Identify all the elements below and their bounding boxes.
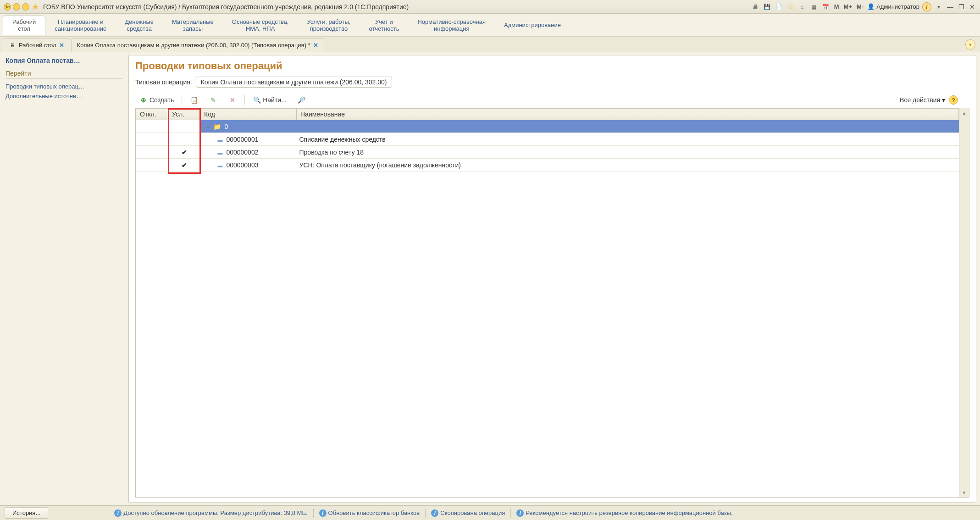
info-icon: i — [516, 509, 524, 517]
doc-icon[interactable]: 📄 — [775, 2, 784, 11]
grid: Откл. Усл. Код Наименование −📁 0▬ 000000… — [135, 108, 969, 498]
create-button[interactable]: ⊕ Создать — [135, 94, 178, 106]
user-name: Администратор — [876, 3, 919, 10]
save-icon[interactable]: 💾 — [763, 2, 772, 11]
minimize-button[interactable]: — — [946, 3, 954, 11]
vertical-scrollbar[interactable]: ▲ ▼ — [959, 108, 969, 497]
table-row[interactable]: −📁 0 — [136, 120, 959, 133]
scroll-down-icon[interactable]: ▼ — [959, 488, 969, 497]
section-tab[interactable]: Планирование и санкционирование — [45, 16, 116, 35]
close-icon[interactable]: ✕ — [59, 42, 64, 49]
info-icon: i — [319, 509, 327, 517]
sidebar-link-additional[interactable]: Дополнительные источни… — [6, 91, 122, 101]
close-window-button[interactable]: ✕ — [968, 3, 976, 11]
help-icon[interactable]: ? — [949, 95, 958, 105]
desktop-icon: 🖥 — [9, 42, 16, 49]
tab-document[interactable]: Копия Оплата поставщикам и другие платеж… — [71, 38, 324, 52]
plus-icon: ⊕ — [139, 96, 148, 104]
copy-button[interactable]: 📋 — [186, 94, 202, 106]
sidebar-link-postings[interactable]: Проводки типовых операц… — [6, 82, 122, 91]
star2-icon[interactable]: ☆ — [786, 3, 795, 11]
grid-toolbar: ⊕ Создать 📋 ✎ ✖ 🔍 Найти... 🔎 Все действи… — [135, 92, 969, 108]
section-tab[interactable]: Администрирование — [495, 19, 570, 31]
delete-icon: ✖ — [228, 96, 237, 104]
dropdown-icon[interactable]: ▾ — [934, 2, 943, 11]
favorite-star-icon[interactable]: ★ — [31, 3, 39, 11]
tab-label: Копия Оплата поставщикам и другие платеж… — [77, 42, 310, 49]
status-msg-banks[interactable]: iОбновить классификатор банков — [319, 509, 420, 517]
grid-icon[interactable]: ▦ — [809, 2, 819, 11]
status-msg-copied[interactable]: iСкопирована операция — [431, 509, 505, 517]
splitter-handle[interactable]: ⋮ — [127, 279, 131, 297]
table-row[interactable]: ▬ 000000001Списание денежных средств — [136, 133, 959, 146]
maximize-button[interactable]: ❐ — [957, 3, 965, 11]
print-icon[interactable]: 🖶 — [751, 2, 760, 11]
section-tab[interactable]: Учет и отчетность — [360, 16, 408, 35]
app-logo-icon: 1c — [4, 3, 11, 11]
col-header-name[interactable]: Наименование — [297, 109, 959, 120]
sidebar-title: Копия Оплата постав… — [6, 57, 122, 64]
calendar-icon[interactable]: 📅 — [821, 2, 831, 11]
find-button[interactable]: 🔍 Найти... — [249, 94, 291, 106]
table-row[interactable]: ✔▬ 000000002Проводка по счету 18 — [136, 146, 959, 159]
section-tab[interactable]: Рабочий стол — [3, 15, 45, 35]
edit-button[interactable]: ✎ — [205, 94, 221, 106]
field-label-operation: Типовая операция: — [135, 78, 192, 86]
scroll-up-icon[interactable]: ▲ — [959, 108, 969, 117]
tab-desktop[interactable]: 🖥 Рабочий стол ✕ — [3, 38, 70, 52]
section-bar: Рабочий столПланирование и санкционирова… — [0, 14, 980, 37]
field-value-operation[interactable]: Копия Оплата поставщикам и другие платеж… — [196, 77, 392, 88]
titlebar: 1c ★ ГОБУ ВПО Университет искусств (Субс… — [0, 0, 980, 14]
sidebar-section-header: Перейти — [6, 70, 122, 79]
sidebar: Копия Оплата постав… Перейти Проводки ти… — [0, 52, 128, 505]
search-clear-icon: 🔎 — [298, 96, 306, 104]
section-tab[interactable]: Основные средства, НМА, НПА — [223, 16, 298, 35]
info-icon[interactable]: i — [922, 2, 931, 11]
tabs-overflow-icon[interactable]: ▾ — [965, 39, 975, 50]
m-button[interactable]: M — [833, 3, 840, 10]
col-header-code[interactable]: Код — [200, 109, 297, 120]
window-title: ГОБУ ВПО Университет искусств (Субсидия)… — [43, 3, 751, 11]
tabstrip: 🖥 Рабочий стол ✕ Копия Оплата поставщика… — [0, 37, 980, 52]
search-icon: 🔍 — [253, 96, 261, 104]
col-header-usl[interactable]: Усл. — [168, 109, 200, 120]
user-label[interactable]: 👤 Администратор — [867, 3, 919, 10]
status-msg-backup[interactable]: iРекомендуется настроить резервное копир… — [516, 509, 732, 517]
copy-icon: 📋 — [190, 96, 198, 104]
nav-back-icon[interactable] — [13, 3, 20, 11]
section-tab[interactable]: Нормативно-справочная информация — [408, 16, 495, 35]
m-minus-button[interactable]: M- — [856, 3, 864, 10]
pencil-icon: ✎ — [209, 96, 217, 104]
close-icon[interactable]: ✕ — [313, 42, 318, 49]
col-header-off[interactable]: Откл. — [136, 109, 168, 120]
create-label: Создать — [149, 96, 174, 104]
home-icon[interactable]: ⌂ — [797, 2, 807, 11]
find-label: Найти... — [263, 96, 287, 104]
info-icon: i — [431, 509, 438, 517]
user-icon: 👤 — [867, 3, 875, 10]
section-tab[interactable]: Денежные средства — [116, 16, 163, 35]
page-title: Проводки типовых операций — [135, 60, 969, 72]
status-msg-update[interactable]: iДоступно обновление программы. Размер д… — [114, 509, 307, 517]
statusbar: История... iДоступно обновление программ… — [0, 505, 980, 520]
section-tab[interactable]: Услуги, работы, производство — [298, 16, 360, 35]
delete-button[interactable]: ✖ — [224, 94, 241, 106]
table-row[interactable]: ✔▬ 000000003УСН: Оплата поставщику (пога… — [136, 159, 959, 171]
nav-fwd-icon[interactable] — [22, 3, 29, 11]
clear-find-button[interactable]: 🔎 — [293, 94, 310, 106]
section-tab[interactable]: Материальные запасы — [163, 16, 223, 35]
main-panel: Проводки типовых операций Типовая операц… — [128, 55, 976, 503]
history-button[interactable]: История... — [5, 507, 48, 519]
m-plus-button[interactable]: M+ — [843, 3, 853, 10]
all-actions-button[interactable]: Все действия ▾ — [900, 96, 945, 104]
info-icon: i — [114, 509, 122, 517]
tab-label: Рабочий стол — [19, 42, 56, 49]
